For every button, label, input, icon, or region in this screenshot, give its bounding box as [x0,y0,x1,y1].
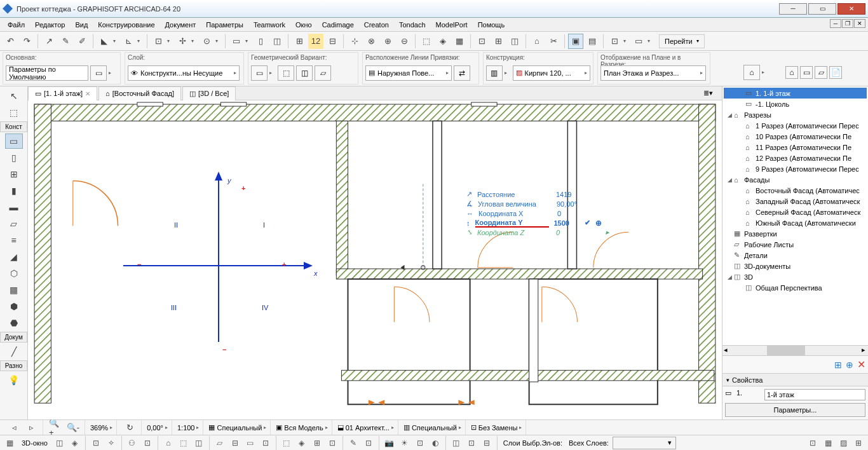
bb-end4[interactable]: ⊞ [851,437,865,449]
params-button[interactable]: Параметры... [725,403,865,417]
menu-editor[interactable]: Редактор [30,19,70,31]
nav-home-button[interactable]: ⌂ [743,65,760,80]
tree-item[interactable]: ▱Рабочие Листы [724,239,867,250]
opt1-button[interactable]: ⊙ [199,34,214,49]
menu-teamwork[interactable]: Teamwork [248,19,290,31]
marquee-tool[interactable]: ⬚ [5,105,23,120]
magic-button[interactable]: ✎ [58,34,73,49]
props-name-input[interactable] [764,389,865,400]
bb-3[interactable]: ◈ [68,437,82,449]
undo-button[interactable]: ↶ [3,34,18,49]
stair-tool[interactable]: ≡ [5,233,23,248]
eyedrop-button[interactable]: ✐ [74,34,90,49]
status-special[interactable]: ▦ Специальный▸ [205,420,271,435]
column-tool[interactable]: ▮ [5,183,23,198]
navigator-tree[interactable]: ▭1. 1-й этаж▭-1. Цоколь◢⌂Разрезы⌂1 Разре… [722,86,868,345]
view4-button[interactable]: ▭ [631,34,646,49]
curtain-tool[interactable]: ▦ [5,282,23,297]
zoom-prev[interactable]: ◃ [6,420,22,435]
bb-end3[interactable]: ▨ [836,437,850,449]
guide2-button[interactable]: ⊾ [121,34,136,49]
bb-end1[interactable]: ⊡ [806,437,820,449]
tab-east-facade[interactable]: ⌂[Восточный Фасад] [98,86,181,100]
tree-item[interactable]: ◫3D-документы [724,261,867,271]
navigator-scrollbar[interactable]: ◂▸ [722,345,868,355]
bb-20[interactable]: ⊡ [362,437,376,449]
mdi-close[interactable]: ✕ [854,19,865,28]
nav-view-button[interactable]: ▭ [800,66,813,79]
window-tool[interactable]: ⊞ [5,167,23,182]
redo-button[interactable]: ↷ [19,34,34,49]
bb-16[interactable]: ◈ [295,437,309,449]
bb-11[interactable]: ▱ [213,437,227,449]
rect3-button[interactable]: ◫ [269,34,285,49]
bb-19[interactable]: ✎ [346,437,360,449]
roof-tool[interactable]: ◢ [5,249,23,264]
tree-item[interactable]: ▭1. 1-й этаж [724,88,867,99]
bb-15[interactable]: ⬚ [280,437,294,449]
bb-6[interactable]: ⚇ [125,437,139,449]
menu-params[interactable]: Параметры [201,19,248,31]
rotate-icon[interactable]: ↻ [122,420,137,435]
guide1-button[interactable]: ◣ [97,34,112,49]
t8-button[interactable]: ⊡ [474,34,489,49]
snap-button[interactable]: ⊡ [151,34,166,49]
tree-item[interactable]: ◢◫3D [724,271,867,282]
coordinate-tracker[interactable]: ↗Расстояние1419 ∡Угловая величина90,00° … [466,189,609,237]
close-button[interactable]: ✕ [837,3,865,15]
rect1-button[interactable]: ▭ [229,34,244,49]
tree-item[interactable]: ⌂9 Разрез (Автоматически Перес [724,163,867,174]
renov2-button[interactable]: ✂ [546,34,561,49]
menu-construction[interactable]: Конструирование [93,19,159,31]
measure-button[interactable]: ⊞ [292,34,307,49]
bb-18[interactable]: ⊡ [325,437,339,449]
bb-21[interactable]: 📷 [383,437,397,449]
geom1-button[interactable]: ▭ [251,65,268,81]
material-combo[interactable]: ▨ Кирпич 120, ...▸ [513,65,590,81]
bb-8[interactable]: ⌂ [161,437,175,449]
nav-pub-button[interactable]: 📄 [829,66,842,79]
menu-cadimage[interactable]: Cadimage [317,19,359,31]
drawing-canvas[interactable]: y x I II III IV + + − − ↗Расстояние1419 … [28,100,722,419]
menu-file[interactable]: Файл [3,19,30,31]
tree-item[interactable]: ✎Детали [724,250,867,261]
refline-combo[interactable]: ▤ Наружная Пове...▸ [365,65,452,81]
mdi-restore[interactable]: ❐ [842,19,853,28]
t5-button[interactable]: ⬚ [419,34,434,49]
all-layers-dropdown[interactable]: ▾ [613,437,676,449]
tree-item[interactable]: ▭-1. Цоколь [724,99,867,109]
geom3-button[interactable]: ◫ [296,65,313,81]
tree-item[interactable]: ◢⌂Разрезы [724,109,867,120]
bb-27[interactable]: ⊟ [480,437,494,449]
t7-button[interactable]: ▦ [452,34,467,49]
minimize-button[interactable]: ─ [779,3,807,15]
bb-26[interactable]: ⊡ [465,437,478,449]
t2-button[interactable]: ⊗ [363,34,379,49]
bb-end2[interactable]: ▦ [821,437,835,449]
bb-22[interactable]: ☀ [398,437,412,449]
nav-new-icon[interactable]: ⊞ [834,360,842,370]
scale-value[interactable]: 1:100▸ [173,420,204,435]
bb-14[interactable]: ⊡ [259,437,273,449]
bb-24[interactable]: ◐ [428,437,442,449]
tree-item[interactable]: ⌂1 Разрез (Автоматически Перес [724,120,867,131]
bb-4[interactable]: ⊡ [89,437,103,449]
morph-tool[interactable]: ⬢ [5,299,23,314]
nav-add-icon[interactable]: ⊕ [846,360,853,370]
menu-tondach[interactable]: Tondach [394,19,431,31]
arrow-tool[interactable]: ↖ [5,88,23,104]
bb-25[interactable]: ◫ [449,437,463,449]
t3-button[interactable]: ⊕ [380,34,395,49]
tree-item[interactable]: ⌂Южный Фасад (Автоматически [724,217,867,228]
nav-proj-button[interactable]: ⌂ [785,66,798,79]
tree-item[interactable]: ⌂10 Разрез (Автоматически Пе [724,131,867,142]
bb-12[interactable]: ⊟ [228,437,242,449]
t9-button[interactable]: ⊞ [491,34,506,49]
t10-button[interactable]: ◫ [507,34,522,49]
menu-view[interactable]: Вид [70,19,93,31]
lamp-tool[interactable]: 💡 [5,372,23,388]
layer-combo[interactable]: 👁 Конструкти...ны Несущие▸ [128,65,240,81]
tree-item[interactable]: ◫Общая Перспектива [724,282,867,293]
flip-button[interactable]: ⇄ [454,65,470,81]
bb-5[interactable]: ✧ [104,437,118,449]
